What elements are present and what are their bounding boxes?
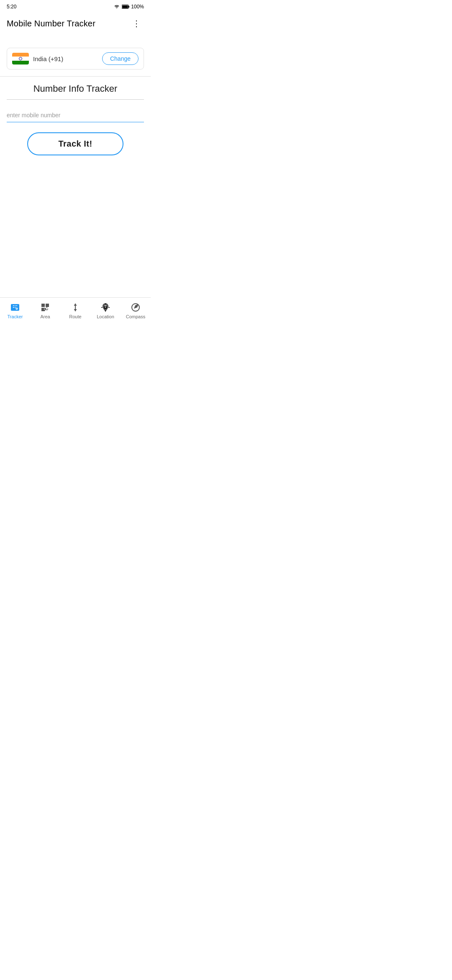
app-bar: Mobile Number Tracker ⋮ — [0, 12, 151, 35]
status-icons: 100% — [113, 4, 144, 10]
nav-item-tracker[interactable]: Tracker — [0, 300, 30, 321]
divider-top — [0, 76, 151, 77]
change-country-button[interactable]: Change — [102, 52, 139, 65]
nav-item-area[interactable]: Area — [30, 300, 60, 321]
svg-point-3 — [15, 307, 18, 310]
overflow-dots-icon: ⋮ — [132, 19, 141, 28]
nav-item-route[interactable]: Route — [60, 300, 90, 321]
phone-number-input[interactable] — [7, 108, 144, 122]
status-bar: 5:20 100% — [0, 0, 151, 12]
svg-rect-2 — [122, 5, 128, 8]
overflow-menu-button[interactable]: ⋮ — [129, 16, 144, 31]
india-flag-icon — [12, 53, 29, 64]
nav-item-location[interactable]: Location — [90, 300, 121, 321]
location-icon — [100, 302, 111, 313]
compass-icon — [130, 302, 141, 313]
country-info: India (+91) — [12, 53, 63, 64]
main-content: Number Info Tracker Track It! — [0, 83, 151, 155]
country-name-label: India (+91) — [33, 55, 63, 62]
battery-percent: 100% — [131, 4, 144, 10]
wifi-icon — [113, 4, 120, 9]
country-selector[interactable]: India (+91) Change — [7, 48, 144, 70]
nav-label-route: Route — [69, 314, 81, 319]
nav-label-compass: Compass — [126, 314, 145, 319]
nav-label-area: Area — [40, 314, 50, 319]
track-it-button[interactable]: Track It! — [27, 132, 123, 155]
status-time: 5:20 — [7, 4, 16, 10]
tracker-icon — [10, 302, 21, 313]
ashoka-wheel — [19, 57, 22, 60]
bottom-navigation: Tracker Area Route — [0, 297, 151, 327]
battery-icon — [122, 4, 129, 9]
section-divider — [7, 99, 144, 100]
nav-label-tracker: Tracker — [8, 314, 23, 319]
nav-label-location: Location — [97, 314, 114, 319]
svg-rect-1 — [128, 6, 129, 8]
area-icon — [40, 302, 51, 313]
route-icon — [70, 302, 81, 313]
section-title: Number Info Tracker — [7, 83, 144, 94]
app-title: Mobile Number Tracker — [7, 19, 95, 28]
nav-item-compass[interactable]: Compass — [121, 300, 151, 321]
